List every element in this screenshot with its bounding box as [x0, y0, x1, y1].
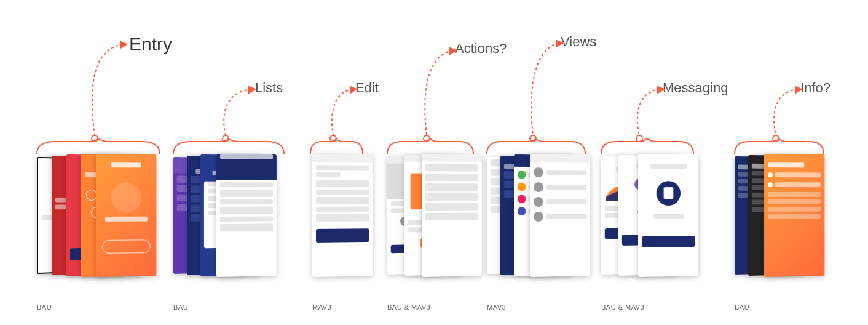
- cluster-messaging: BAU & MAV3: [601, 154, 706, 295]
- category-label-actions: Actions?: [455, 41, 507, 57]
- category-label-messaging: Messaging: [663, 80, 728, 96]
- bracket-actions: [387, 140, 473, 155]
- cluster-edit: MAV3: [312, 154, 374, 295]
- cluster-views: MAV3: [487, 154, 591, 295]
- bracket-info: [735, 140, 824, 155]
- cluster-info: BAU: [735, 154, 833, 295]
- cluster-caption-messaging: BAU & MAV3: [601, 303, 644, 311]
- arrow-views: [526, 37, 569, 142]
- bracket-entry: [37, 140, 160, 155]
- bracket-messaging: [601, 140, 693, 155]
- cluster-caption-info: BAU: [735, 303, 749, 311]
- arrow-edit: [327, 83, 361, 142]
- category-label-entry: Entry: [129, 34, 172, 55]
- diagram-canvas: Entry: [0, 0, 868, 325]
- arrow-entry: [86, 37, 135, 142]
- cluster-actions: BAU & MAV3: [387, 154, 479, 295]
- bracket-lists: [173, 140, 284, 155]
- bracket-views: [487, 140, 585, 155]
- cluster-entry: BAU: [37, 154, 160, 295]
- cluster-lists: BAU: [173, 154, 287, 295]
- arrow-info: [768, 83, 807, 142]
- cluster-caption-edit: MAV3: [312, 303, 331, 311]
- cluster-caption-actions: BAU & MAV3: [387, 303, 430, 311]
- bracket-edit: [310, 140, 363, 155]
- arrow-actions: [419, 44, 462, 142]
- cluster-caption-lists: BAU: [173, 303, 188, 311]
- cluster-caption-entry: BAU: [37, 303, 52, 311]
- arrow-messaging: [632, 83, 669, 142]
- cluster-caption-views: MAV3: [487, 303, 506, 311]
- arrow-lists: [217, 83, 260, 142]
